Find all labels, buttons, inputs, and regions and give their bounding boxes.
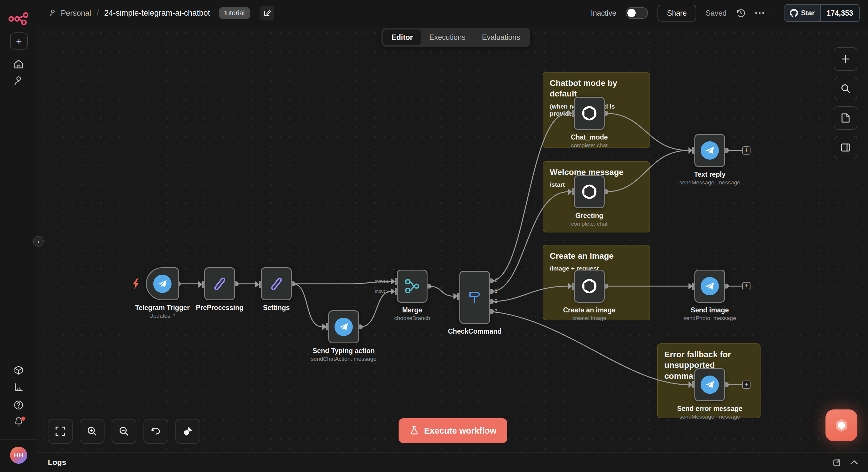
more-options-button[interactable] <box>755 12 764 14</box>
node-label: Greeting <box>539 212 640 220</box>
sticky-title: Chatbot mode by default <box>550 78 643 99</box>
node-subtitle: sendChatAction: message <box>287 356 400 362</box>
tidy-up-button[interactable] <box>175 419 200 444</box>
node-merge[interactable] <box>397 270 428 303</box>
node-text-reply[interactable] <box>694 134 725 167</box>
toggle-panel-button[interactable] <box>834 136 857 159</box>
sidebar-item-templates[interactable] <box>0 365 37 375</box>
ellipsis-icon <box>755 12 764 14</box>
sidebar-item-personal[interactable] <box>0 75 37 86</box>
github-star-count[interactable]: 174,353 <box>820 5 859 21</box>
undo-icon <box>151 427 161 436</box>
node-greeting[interactable] <box>574 175 604 208</box>
node-subtitle: sendMessage: message <box>654 179 766 186</box>
flask-icon <box>409 426 419 435</box>
sidebar-item-notifications[interactable] <box>0 416 37 427</box>
node-settings[interactable] <box>261 267 292 300</box>
bar-chart-icon <box>13 382 24 392</box>
zoom-out-button[interactable] <box>112 419 136 444</box>
node-subtitle: chooseBranch <box>356 315 468 322</box>
github-star-button[interactable]: Star <box>784 5 820 21</box>
logs-panel-header[interactable]: Logs <box>37 452 868 472</box>
node-send-typing-action[interactable] <box>328 310 359 343</box>
merge-input1-label: Input 1 <box>360 278 389 284</box>
header-divider <box>774 6 774 20</box>
github-star-label: Star <box>801 9 815 17</box>
edit-fields-icon <box>212 276 227 292</box>
create-workflow-button[interactable]: + <box>10 32 28 49</box>
zoom-out-icon <box>119 426 129 436</box>
node-send-image[interactable] <box>694 270 725 303</box>
sidebar-item-help[interactable] <box>0 400 37 410</box>
node-label: CheckCommand <box>425 328 525 335</box>
switch-icon <box>468 290 482 304</box>
github-icon <box>790 9 798 17</box>
header-actions: Inactive Share Saved Star <box>591 4 868 22</box>
switch-output-0: 0 <box>495 277 497 284</box>
node-subtitle: Updates: * <box>106 313 218 319</box>
add-node-button[interactable]: + <box>742 146 750 155</box>
node-label: Settings <box>226 304 327 312</box>
share-button[interactable]: Share <box>657 5 696 22</box>
search-icon <box>841 84 850 93</box>
sidebar-item-insights[interactable] <box>0 382 37 392</box>
node-subtitle: complete: chat <box>533 142 645 149</box>
plus-icon <box>841 55 850 63</box>
node-subtitle: sendPhoto: message <box>654 315 766 322</box>
tab-evaluations[interactable]: Evaluations <box>474 30 528 45</box>
logs-title: Logs <box>48 458 66 467</box>
node-label: Merge <box>362 306 462 314</box>
switch-output-1: 1 <box>495 288 497 294</box>
telegram-icon <box>335 318 353 336</box>
fit-view-icon <box>56 427 65 436</box>
open-logs-popout-icon[interactable] <box>833 458 841 466</box>
sidebar-item-home[interactable] <box>0 59 37 69</box>
node-chat-mode[interactable] <box>574 97 604 130</box>
undo-button[interactable] <box>144 419 168 444</box>
add-node-button[interactable]: + <box>742 380 750 389</box>
node-send-error-message[interactable] <box>694 368 725 401</box>
telegram-icon <box>701 141 719 160</box>
breadcrumb: Personal / 24-simple-telegram-ai-chatbot… <box>49 6 274 20</box>
openai-icon <box>581 183 598 201</box>
node-subtitle: sendMessage: message <box>654 414 766 420</box>
merge-input2-label: Input 2 <box>360 288 389 294</box>
workflow-status-label: Inactive <box>591 9 616 18</box>
workflow-editor: Chatbot mode by default (when no command… <box>0 0 868 472</box>
tab-executions[interactable]: Executions <box>421 30 473 45</box>
note-icon <box>841 113 850 123</box>
node-label: Chat_mode <box>539 133 640 141</box>
sticky-note-button[interactable] <box>834 106 857 130</box>
breadcrumb-project[interactable]: Personal <box>61 8 91 18</box>
node-label: Text reply <box>659 170 760 178</box>
help-icon <box>13 400 24 410</box>
toggle-knob <box>627 9 636 17</box>
node-telegram-trigger[interactable] <box>146 267 179 300</box>
split-panel-icon <box>841 143 850 151</box>
node-preprocessing[interactable] <box>204 267 235 300</box>
activate-toggle[interactable] <box>626 7 648 19</box>
node-subtitle: complete: chat <box>533 221 645 227</box>
github-star-widget[interactable]: Star 174,353 <box>784 4 860 22</box>
person-icon <box>49 9 57 17</box>
openai-icon <box>581 277 598 295</box>
ai-assistant-button[interactable] <box>826 409 857 441</box>
collapse-logs-chevron-icon[interactable] <box>850 460 858 465</box>
node-create-an-image[interactable] <box>574 270 604 303</box>
tab-editor[interactable]: Editor <box>383 30 421 45</box>
workflow-title[interactable]: 24-simple-telegram-ai-chatbot <box>104 8 210 18</box>
expand-sidebar-button[interactable]: › <box>33 236 44 247</box>
view-tabs: Editor Executions Evaluations <box>381 28 530 47</box>
edit-tags-button[interactable] <box>260 6 274 20</box>
search-nodes-button[interactable] <box>834 77 857 100</box>
workflow-history-button[interactable] <box>736 8 745 18</box>
zoom-in-button[interactable] <box>80 419 104 444</box>
user-icon <box>13 75 24 86</box>
add-node-button[interactable]: + <box>742 282 750 290</box>
zoom-to-fit-button[interactable] <box>48 419 73 444</box>
workflow-tag[interactable]: tutorial <box>219 7 250 19</box>
add-node-panel-button[interactable] <box>834 47 857 71</box>
user-avatar[interactable]: HH <box>10 447 27 464</box>
n8n-logo <box>8 11 30 25</box>
execute-workflow-button[interactable]: Execute workflow <box>399 418 507 443</box>
